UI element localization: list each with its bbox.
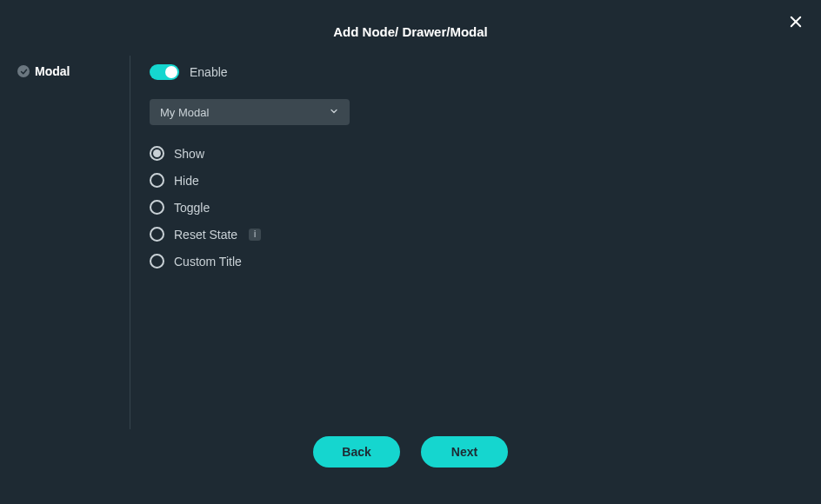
modal-select[interactable]: My Modal [150,99,350,125]
radio-toggle[interactable]: Toggle [150,200,821,215]
dialog-body: Modal Enable My Modal Show [0,56,821,429]
radio-label: Hide [174,174,199,188]
radio-icon [150,146,164,161]
close-icon [788,17,804,32]
info-icon[interactable]: i [249,229,261,241]
action-radio-group: Show Hide Toggle Reset State i Custom Ti… [150,146,821,269]
close-button[interactable] [788,14,804,33]
enable-label: Enable [190,65,228,79]
sidebar-item-label: Modal [35,64,70,78]
radio-show[interactable]: Show [150,146,821,161]
radio-hide[interactable]: Hide [150,173,821,188]
toggle-knob [165,66,177,78]
next-button[interactable]: Next [421,436,508,468]
sidebar-item-modal[interactable]: Modal [17,64,130,78]
select-value: My Modal [160,106,209,119]
content-panel: Enable My Modal Show Hide [130,56,821,429]
radio-label: Reset State [174,228,237,242]
enable-toggle[interactable] [150,64,179,80]
check-circle-icon [17,65,30,77]
radio-reset-state[interactable]: Reset State i [150,227,821,242]
back-button[interactable]: Back [313,436,400,468]
radio-label: Show [174,147,204,161]
sidebar: Modal [0,56,130,429]
radio-label: Toggle [174,201,210,215]
enable-toggle-row: Enable [150,64,821,80]
chevron-down-icon [329,104,339,120]
radio-icon [150,254,164,269]
radio-dot [153,149,161,157]
dialog-header: Add Node/ Drawer/Modal [0,0,821,56]
radio-custom-title[interactable]: Custom Title [150,254,821,269]
radio-icon [150,227,164,242]
radio-icon [150,200,164,215]
dialog-footer: Back Next [0,429,821,468]
radio-label: Custom Title [174,255,242,269]
radio-icon [150,173,164,188]
dialog-title: Add Node/ Drawer/Modal [333,24,488,39]
